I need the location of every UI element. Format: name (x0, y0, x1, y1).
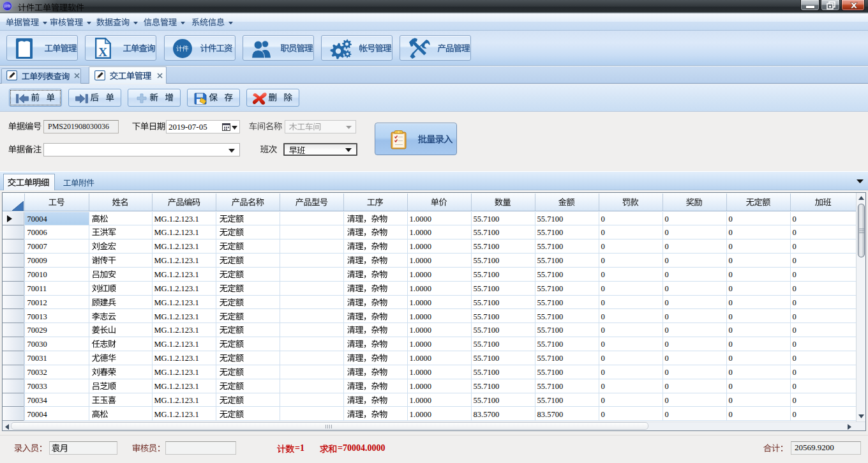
svg-text:X: X (98, 45, 107, 59)
